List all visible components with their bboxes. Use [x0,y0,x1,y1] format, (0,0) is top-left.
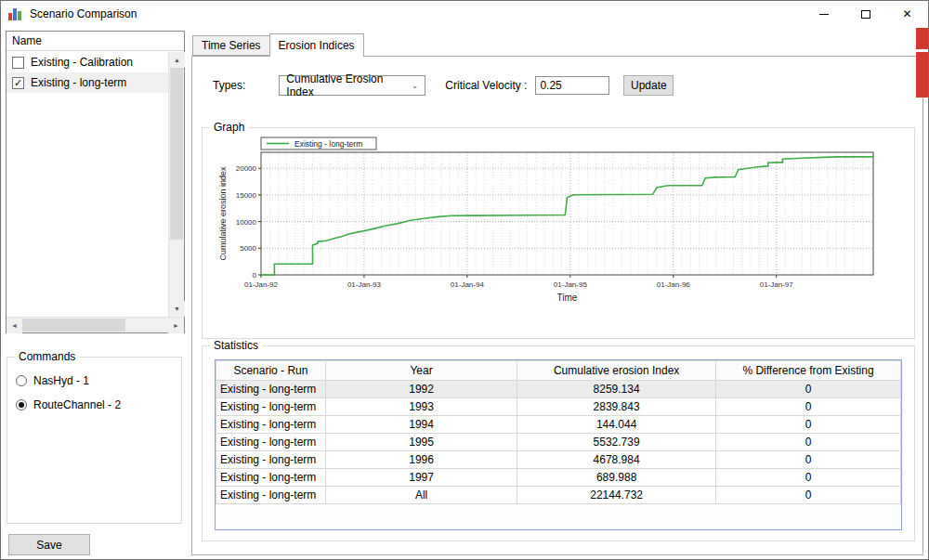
svg-text:0: 0 [253,271,257,280]
table-cell: Existing - long-term [216,398,326,416]
window-title: Scenario Comparison [30,7,137,20]
statistics-groupbox: Statistics Scenario - RunYearCumulative … [202,345,915,541]
erosion-indices-panel: Types: Cumulative Erosion Index ⌄ Critic… [191,56,923,555]
table-cell: 689.988 [517,469,716,487]
minimize-button[interactable] [803,1,844,27]
table-row[interactable]: Existing - long-term1997689.9880 [216,469,901,487]
svg-text:01-Jan-97: 01-Jan-97 [760,280,794,289]
table-cell: 1992 [325,381,517,398]
tab-erosion-indices[interactable]: Erosion Indices [269,33,364,57]
external-window-fragment [916,28,928,49]
list-item-label: Existing - long-term [31,76,126,89]
update-button[interactable]: Update [623,75,674,96]
table-header-row: Scenario - RunYearCumulative erosion Ind… [216,361,901,381]
minimize-icon [819,14,829,15]
statistics-legend: Statistics [210,339,262,352]
command-options: NasHyd - 1RouteChannel - 2 [7,358,181,413]
table-cell: 0 [715,469,900,487]
svg-text:20000: 20000 [236,164,257,173]
statistics-table: Scenario - RunYearCumulative erosion Ind… [216,360,901,504]
statistics-grid: Scenario - RunYearCumulative erosion Ind… [215,359,902,530]
table-cell: 0 [715,434,900,451]
types-dropdown[interactable]: Cumulative Erosion Index ⌄ [279,75,425,96]
radio-option[interactable]: RouteChannel - 2 [16,397,181,413]
scenario-comparison-window: Scenario Comparison ✕ Name Existing - Ca… [0,0,929,560]
checkbox-unchecked-icon[interactable] [12,57,24,69]
table-cell: 0 [715,451,900,469]
svg-text:15000: 15000 [236,191,257,200]
critical-velocity-label: Critical Velocity : [445,79,527,92]
save-button[interactable]: Save [8,534,90,555]
table-row[interactable]: Existing - long-term19932839.8430 [216,398,901,416]
table-cell: Existing - long-term [216,434,326,451]
svg-text:10000: 10000 [236,218,257,227]
table-cell: 4678.984 [517,451,716,469]
radio-unselected-icon[interactable] [16,375,27,386]
column-header[interactable]: Year [325,361,517,381]
column-header[interactable]: % Difference from Existing [715,361,900,381]
table-cell: 1994 [325,416,517,434]
radio-option[interactable]: NasHyd - 1 [16,372,181,389]
graph-groupbox: Graph 0500010000150002000001-Jan-9201-Ja… [202,127,915,339]
scroll-right-icon[interactable]: ► [168,318,184,333]
titlebar[interactable]: Scenario Comparison ✕ [1,1,928,27]
table-row[interactable]: Existing - long-term1994144.0440 [216,416,901,434]
table-cell: 1995 [325,434,517,451]
scrollbar-thumb[interactable] [22,319,125,332]
radio-selected-icon[interactable] [16,399,27,410]
svg-text:01-Jan-94: 01-Jan-94 [451,280,485,289]
app-icon [8,8,23,20]
list-item-label: Existing - Calibration [31,56,133,69]
chevron-down-icon: ⌄ [412,81,419,90]
commands-legend: Commands [15,350,79,363]
scroll-up-icon[interactable]: ▲ [169,52,185,68]
maximize-icon [861,10,870,19]
controls-row: Types: Cumulative Erosion Index ⌄ Critic… [213,74,913,97]
table-cell: 0 [715,381,900,398]
table-cell: Existing - long-term [216,381,326,398]
table-cell: 2839.843 [517,398,716,416]
list-item[interactable]: ✓Existing - long-term [7,72,168,93]
close-button[interactable]: ✕ [886,1,928,27]
horizontal-scrollbar[interactable]: ◄ ► [7,317,184,332]
table-cell: 1993 [325,398,517,416]
radio-option-label: RouteChannel - 2 [33,398,121,411]
maximize-button[interactable] [844,1,886,27]
types-dropdown-value: Cumulative Erosion Index [286,72,411,98]
vertical-scrollbar[interactable]: ▲ ▼ [168,52,184,317]
radio-option-label: NasHyd - 1 [33,374,89,387]
table-cell: 1997 [325,469,517,487]
table-cell: 1996 [325,451,517,469]
critical-velocity-input[interactable] [535,76,609,95]
types-label: Types: [213,79,245,92]
column-header[interactable]: Scenario - Run [216,361,326,381]
table-cell: Existing - long-term [216,416,326,434]
table-cell: 144.044 [517,416,716,434]
graph-legend: Graph [210,121,248,134]
table-row[interactable]: Existing - long-termAll22144.7320 [216,487,901,504]
table-cell: Existing - long-term [216,451,326,469]
scroll-down-icon[interactable]: ▼ [169,301,185,317]
svg-text:Time: Time [557,293,578,303]
svg-text:01-Jan-93: 01-Jan-93 [347,280,382,289]
close-icon: ✕ [902,7,911,20]
scrollbar-thumb[interactable] [170,68,183,240]
tab-time-series[interactable]: Time Series [192,35,270,56]
table-cell: 22144.732 [517,487,716,504]
table-cell: 0 [715,398,900,416]
erosion-chart: 0500010000150002000001-Jan-9201-Jan-9301… [216,136,903,310]
column-header[interactable]: Cumulative erosion Index [517,361,716,381]
table-cell: All [325,487,517,504]
chart-legend-label: Existing - long-term [294,139,362,149]
table-row[interactable]: Existing - long-term19955532.7390 [216,434,901,451]
table-cell: 5532.739 [517,434,716,451]
checkbox-checked-icon[interactable]: ✓ [12,77,24,89]
list-item[interactable]: Existing - Calibration [7,52,168,72]
scroll-left-icon[interactable]: ◄ [7,318,22,333]
svg-text:5000: 5000 [240,244,256,253]
table-cell: 8259.134 [517,381,716,398]
table-row[interactable]: Existing - long-term19928259.1340 [216,381,901,398]
table-row[interactable]: Existing - long-term19964678.9840 [216,451,901,469]
list-column-header-name[interactable]: Name [7,32,184,51]
scenario-list-rows: Existing - Calibration✓Existing - long-t… [7,52,168,317]
